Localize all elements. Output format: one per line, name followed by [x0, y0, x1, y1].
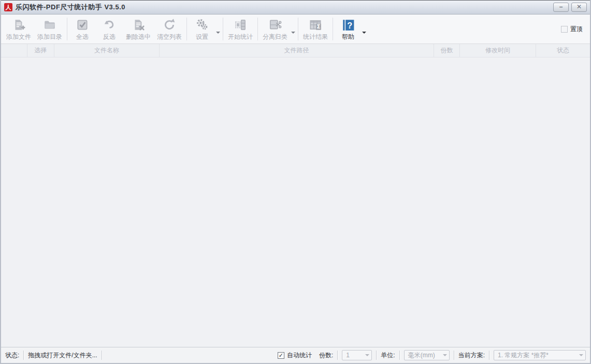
clear-list-label: 清空列表	[157, 33, 182, 41]
scheme-select[interactable]: 1. 常规方案 *推荐*	[494, 350, 586, 360]
scheme-value: 1. 常规方案 *推荐*	[498, 351, 549, 360]
statusbar-separator	[337, 351, 338, 360]
table-sigma-icon: Σ	[308, 17, 323, 32]
copies-select[interactable]: 1	[342, 350, 372, 360]
app-window: 人 乐闪软件-PDF尺寸统计助手 V3.5.0 – ✕ 添加文件	[0, 0, 591, 364]
minimize-button[interactable]: –	[553, 3, 569, 12]
toolbar-separator	[67, 18, 67, 40]
clear-list-button[interactable]: 清空列表	[154, 16, 185, 42]
statusbar-separator	[399, 351, 400, 360]
separate-dropdown-arrow-icon[interactable]	[291, 32, 295, 34]
chevron-down-icon	[579, 354, 583, 356]
status-bar: 状态: 拖拽或打开文件/文件夹... ✓ 自动统计 份数: 1 单位: 毫米(m…	[1, 347, 590, 363]
invert-selection-label: 反选	[103, 33, 116, 41]
svg-text:Σ: Σ	[316, 23, 320, 30]
statusbar-separator	[454, 351, 454, 360]
pdf-app-icon: 人	[4, 3, 12, 11]
copies-value: 1	[346, 352, 350, 359]
select-all-button[interactable]: 全选	[69, 16, 96, 42]
chevron-down-icon	[365, 354, 369, 356]
column-modified-time[interactable]: 修改时间	[460, 44, 536, 57]
separate-classify-label: 分离归类	[263, 33, 287, 41]
svg-text:?: ?	[347, 21, 352, 30]
pin-on-top-checkbox[interactable]	[561, 26, 568, 33]
scissors-page-icon	[268, 17, 282, 32]
add-file-button[interactable]: 添加文件	[3, 16, 34, 42]
copies-label: 份数:	[319, 351, 333, 360]
start-statistics-button[interactable]: 开始统计	[225, 16, 256, 42]
window-title: 乐闪软件-PDF尺寸统计助手 V3.5.0	[16, 3, 125, 12]
column-select[interactable]: 选择	[27, 44, 54, 57]
toolbar-separator	[257, 18, 258, 40]
delete-file-icon	[132, 17, 145, 32]
add-file-icon	[12, 17, 25, 32]
start-statistics-label: 开始统计	[228, 33, 253, 41]
title-bar: 人 乐闪软件-PDF尺寸统计助手 V3.5.0 – ✕	[1, 0, 590, 14]
help-dropdown-arrow-icon[interactable]	[362, 32, 366, 34]
statusbar-separator	[489, 351, 489, 360]
toolbar: 添加文件 添加目录 全选	[1, 14, 590, 44]
toolbar-separator	[223, 18, 223, 40]
file-table-header: 选择 文件名称 文件路径 份数 修改时间 状态	[1, 44, 590, 57]
start-statistics-icon	[233, 17, 248, 32]
folder-icon	[42, 17, 57, 32]
help-icon: ?	[341, 17, 355, 32]
column-file-path[interactable]: 文件路径	[160, 44, 434, 57]
chevron-down-icon	[443, 354, 447, 356]
column-row-indicator	[1, 44, 27, 57]
statusbar-separator	[23, 351, 24, 360]
refresh-icon	[163, 17, 176, 32]
settings-dropdown-arrow-icon[interactable]	[216, 32, 220, 34]
file-list-area[interactable]	[1, 57, 590, 347]
toolbar-separator	[186, 18, 187, 40]
statistics-result-label: 统计结果	[303, 33, 328, 41]
auto-statistics-checkbox[interactable]: ✓	[278, 352, 284, 359]
statistics-result-button[interactable]: Σ 统计结果	[300, 16, 331, 42]
scheme-label: 当前方案:	[458, 351, 485, 360]
delete-selected-button[interactable]: 删除选中	[123, 16, 154, 42]
help-button[interactable]: ? 帮助	[335, 16, 362, 42]
statusbar-separator	[376, 351, 377, 360]
column-copies[interactable]: 份数	[434, 44, 460, 57]
statusbar-separator	[102, 351, 102, 360]
auto-statistics-label: 自动统计	[287, 351, 312, 360]
pin-on-top-label: 置顶	[570, 25, 583, 34]
add-file-label: 添加文件	[6, 33, 31, 41]
help-label: 帮助	[342, 33, 354, 41]
add-folder-button[interactable]: 添加目录	[34, 16, 65, 42]
status-label: 状态:	[5, 351, 19, 360]
status-message: 拖拽或打开文件/文件夹...	[28, 351, 97, 360]
separate-classify-button[interactable]: 分离归类	[260, 16, 291, 42]
delete-selected-label: 删除选中	[126, 33, 151, 41]
unit-value: 毫米(mm)	[408, 351, 435, 360]
column-status[interactable]: 状态	[536, 44, 590, 57]
add-folder-label: 添加目录	[37, 33, 62, 41]
unit-select[interactable]: 毫米(mm)	[404, 350, 450, 360]
select-all-icon	[76, 17, 89, 32]
gear-icon	[195, 17, 209, 32]
close-button[interactable]: ✕	[571, 3, 587, 12]
select-all-label: 全选	[76, 33, 89, 41]
column-file-name[interactable]: 文件名称	[54, 44, 160, 57]
toolbar-separator	[298, 18, 298, 40]
settings-button[interactable]: 设置	[189, 16, 215, 42]
invert-selection-button[interactable]: 反选	[96, 16, 123, 42]
unit-label: 单位:	[381, 351, 395, 360]
settings-label: 设置	[196, 33, 208, 41]
undo-arrow-icon	[103, 17, 116, 32]
toolbar-separator	[333, 18, 333, 40]
